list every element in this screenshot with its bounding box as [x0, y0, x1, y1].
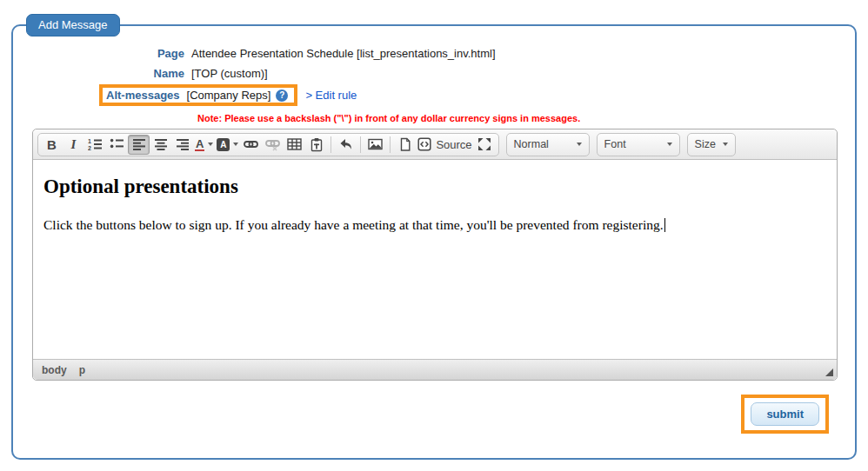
submit-button[interactable]: submit: [751, 402, 819, 426]
toolbar-separator: [390, 136, 391, 153]
maximize-button[interactable]: [474, 135, 496, 155]
align-right-icon: [176, 137, 190, 151]
numbered-list-icon: 12: [88, 137, 103, 151]
undo-icon: [339, 137, 353, 151]
resize-handle-icon[interactable]: [825, 368, 833, 376]
page-label: Page: [13, 47, 184, 60]
align-left-button[interactable]: [128, 135, 150, 155]
editor-status-bar: body p: [33, 359, 837, 380]
unlink-icon: [265, 137, 280, 151]
chevron-down-icon: [208, 143, 213, 146]
undo-button[interactable]: [335, 135, 357, 155]
tab-add-message[interactable]: Add Message: [26, 14, 120, 36]
content-heading: Optional presentations: [43, 176, 826, 198]
submit-highlight: submit: [741, 395, 829, 434]
paste-text-icon: [310, 137, 324, 152]
page-value: Attendee Presentation Schedule [list_pre…: [191, 47, 496, 60]
currency-note: Note: Please use a backslash ("\") in fr…: [197, 113, 855, 123]
alt-messages-label: Alt-messages: [106, 89, 180, 102]
maximize-icon: [477, 137, 491, 151]
toolbar-button-group: B I 12 A A: [37, 133, 499, 156]
image-button[interactable]: [364, 135, 386, 155]
svg-text:1: 1: [88, 138, 91, 144]
bold-icon: B: [47, 137, 57, 152]
bold-button[interactable]: B: [41, 135, 63, 155]
italic-icon: I: [71, 137, 77, 152]
source-button[interactable]: Source: [416, 135, 473, 155]
background-color-icon: A: [217, 138, 230, 151]
form-row-name: Name [TOP (custom)]: [13, 63, 855, 83]
name-label: Name: [13, 67, 184, 80]
paste-text-button[interactable]: [305, 135, 327, 155]
align-center-icon: [154, 137, 168, 151]
align-center-button[interactable]: [150, 135, 171, 155]
message-form: Page Attendee Presentation Schedule [lis…: [13, 43, 855, 123]
numbered-list-button[interactable]: 12: [84, 135, 106, 155]
editor-toolbar: B I 12 A A: [33, 129, 837, 160]
chevron-down-icon: [723, 143, 728, 146]
text-color-icon: A: [195, 138, 204, 151]
align-left-icon: [132, 137, 146, 151]
edit-rule: > Edit rule: [305, 89, 357, 102]
text-cursor: [664, 218, 665, 232]
size-select[interactable]: Size: [687, 133, 736, 156]
toolbar-separator: [360, 136, 361, 153]
svg-text:2: 2: [88, 145, 91, 151]
edit-rule-prefix: >: [305, 89, 312, 102]
table-icon: [287, 137, 302, 151]
element-path-p[interactable]: p: [79, 364, 85, 376]
italic-button[interactable]: I: [63, 135, 84, 155]
source-icon: [417, 137, 431, 151]
paragraph-format-select[interactable]: Normal: [506, 133, 590, 156]
table-button[interactable]: [284, 135, 305, 155]
bulleted-list-icon: [110, 137, 124, 151]
new-page-button[interactable]: [394, 135, 416, 155]
chevron-down-icon: [233, 143, 238, 146]
background-color-button[interactable]: A: [215, 135, 240, 155]
bulleted-list-button[interactable]: [106, 135, 128, 155]
alt-messages-highlight: Alt-messages [Company Reps] ?: [99, 84, 297, 106]
link-icon: [244, 137, 258, 151]
alt-messages-value: [Company Reps]: [187, 89, 271, 102]
editor-content-area[interactable]: Optional presentations Click the buttons…: [33, 160, 837, 359]
link-button[interactable]: [240, 135, 262, 155]
rich-text-editor: B I 12 A A: [32, 129, 838, 381]
new-page-icon: [398, 137, 412, 152]
size-value: Size: [695, 138, 716, 150]
image-icon: [368, 137, 383, 151]
form-row-page: Page Attendee Presentation Schedule [lis…: [13, 43, 855, 63]
help-icon[interactable]: ?: [276, 90, 288, 102]
add-message-panel: Page Attendee Presentation Schedule [lis…: [11, 24, 857, 460]
align-right-button[interactable]: [171, 135, 193, 155]
content-paragraph-text: Click the buttons below to sign up. If y…: [43, 217, 664, 232]
toolbar-separator: [331, 136, 331, 153]
font-select[interactable]: Font: [597, 133, 680, 156]
chevron-down-icon: [577, 143, 582, 146]
element-path-body[interactable]: body: [42, 364, 67, 376]
source-label: Source: [436, 138, 471, 151]
font-value: Font: [604, 138, 626, 150]
edit-rule-link[interactable]: Edit rule: [316, 89, 357, 102]
content-paragraph: Click the buttons below to sign up. If y…: [43, 217, 826, 233]
name-value: [TOP (custom)]: [191, 67, 268, 80]
form-row-alt-messages: Alt-messages [Company Reps] ? > Edit rul…: [13, 84, 855, 106]
text-color-button[interactable]: A: [193, 135, 215, 155]
chevron-down-icon: [667, 143, 672, 146]
unlink-button[interactable]: [262, 135, 284, 155]
paragraph-format-value: Normal: [514, 138, 549, 150]
